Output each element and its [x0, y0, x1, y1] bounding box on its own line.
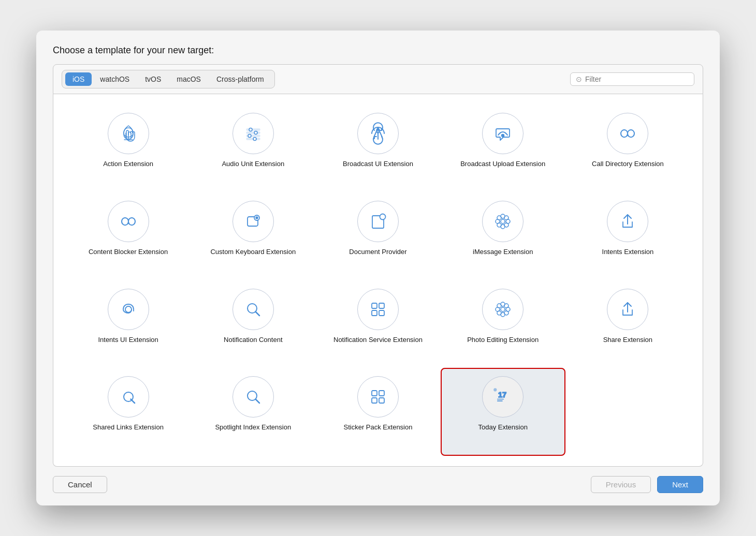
svg-point-8 [253, 138, 256, 141]
imessage-extension-icon [482, 201, 524, 242]
template-today-extension[interactable]: 17 Today Extension [441, 368, 565, 456]
cancel-button[interactable]: Cancel [53, 476, 107, 493]
template-notification-service-extension[interactable]: Notification Service Extension [315, 280, 440, 368]
photo-editing-extension-icon [482, 289, 524, 330]
svg-point-13 [380, 214, 385, 219]
today-extension-icon: 17 [482, 376, 524, 418]
tab-ios[interactable]: iOS [65, 72, 92, 86]
svg-point-50 [494, 389, 497, 391]
svg-rect-43 [372, 391, 377, 396]
template-intents-ui-extension[interactable]: Intents UI Extension [66, 280, 191, 368]
svg-point-12 [256, 217, 258, 219]
svg-point-5 [249, 128, 252, 131]
notification-content-icon [232, 289, 274, 330]
svg-point-19 [497, 216, 501, 220]
svg-point-14 [501, 219, 505, 224]
template-photo-editing-extension[interactable]: Photo Editing Extension [441, 280, 565, 368]
template-label: Sticker Pack Extension [344, 423, 413, 432]
svg-rect-2 [246, 132, 260, 133]
template-notification-content[interactable]: Notification Content [191, 280, 315, 368]
template-label: Custom Keyboard Extension [210, 247, 296, 257]
template-spotlight-index-extension[interactable]: Spotlight Index Extension [191, 368, 315, 456]
broadcast-upload-extension-icon [482, 113, 524, 154]
template-broadcast-ui-extension[interactable]: Broadcast UI Extension [315, 105, 440, 192]
shared-links-extension-icon [108, 376, 149, 418]
template-custom-keyboard-extension[interactable]: Custom Keyboard Extension [191, 192, 315, 280]
template-audio-unit-extension[interactable]: Audio Unit Extension [191, 105, 315, 192]
svg-rect-26 [372, 303, 377, 308]
template-grid: Action Extension Audio Un [53, 94, 703, 467]
svg-rect-29 [379, 310, 384, 316]
template-label: Notification Service Extension [333, 335, 423, 345]
template-label: Action Extension [103, 159, 153, 169]
svg-point-38 [504, 311, 508, 315]
template-empty [565, 368, 690, 456]
template-share-extension[interactable]: Share Extension [565, 280, 690, 368]
call-directory-extension-icon [607, 113, 648, 154]
share-extension-icon [607, 289, 648, 330]
template-intents-extension[interactable]: Intents Extension [565, 192, 690, 280]
filter-icon: ⊙ [576, 75, 582, 83]
template-content-blocker-extension[interactable]: Content Blocker Extension [66, 192, 191, 280]
template-sticker-pack-extension[interactable]: Sticker Pack Extension [315, 368, 440, 456]
broadcast-ui-extension-icon [357, 113, 399, 154]
previous-button[interactable]: Previous [591, 476, 651, 493]
template-label: Broadcast UI Extension [343, 159, 413, 169]
svg-rect-44 [379, 391, 384, 396]
template-label: Shared Links Extension [93, 423, 164, 432]
intents-ui-extension-icon [108, 289, 149, 330]
template-label: Document Provider [349, 247, 406, 257]
tab-watchos[interactable]: watchOS [93, 72, 137, 86]
svg-rect-27 [379, 303, 384, 308]
svg-rect-1 [246, 129, 260, 130]
spotlight-index-extension-icon [232, 376, 274, 418]
template-label: Spotlight Index Extension [215, 423, 291, 432]
svg-rect-45 [372, 398, 377, 403]
svg-text:17: 17 [498, 391, 506, 399]
template-label: Notification Content [224, 335, 282, 345]
template-call-directory-extension[interactable]: Call Directory Extension [565, 105, 690, 192]
intents-extension-icon [607, 201, 648, 242]
tab-tvos[interactable]: tvOS [138, 72, 168, 86]
svg-point-21 [497, 223, 501, 227]
filter-input[interactable] [585, 75, 689, 83]
template-document-provider[interactable]: Document Provider [315, 192, 440, 280]
template-label: Audio Unit Extension [222, 159, 284, 169]
sticker-pack-extension-icon [357, 376, 399, 418]
template-dialog: Choose a template for your new target: i… [36, 31, 720, 505]
document-provider-icon [357, 201, 399, 242]
svg-point-6 [254, 131, 257, 135]
svg-point-36 [504, 304, 508, 308]
svg-point-9 [502, 135, 504, 137]
template-imessage-extension[interactable]: iMessage Extension [441, 192, 565, 280]
filter-box: ⊙ [570, 72, 694, 86]
tab-crossplatform[interactable]: Cross-platform [209, 72, 271, 86]
dialog-footer: Cancel Previous Next [53, 476, 703, 493]
svg-point-22 [504, 223, 508, 227]
notification-service-extension-icon [357, 289, 399, 330]
template-shared-links-extension[interactable]: Shared Links Extension [66, 368, 191, 456]
tab-bar-container: iOS watchOS tvOS macOS Cross-platform ⊙ [53, 64, 703, 94]
template-action-extension[interactable]: Action Extension [66, 105, 191, 192]
tab-macos[interactable]: macOS [169, 72, 208, 86]
svg-point-20 [504, 216, 508, 220]
content-blocker-extension-icon [108, 201, 149, 242]
svg-point-37 [497, 311, 501, 315]
template-label: Content Blocker Extension [89, 247, 168, 257]
svg-rect-28 [372, 310, 377, 316]
template-label: Share Extension [603, 335, 652, 345]
svg-point-7 [248, 135, 251, 138]
svg-rect-46 [379, 398, 384, 403]
template-label: Call Directory Extension [592, 159, 664, 169]
template-broadcast-upload-extension[interactable]: Broadcast Upload Extension [441, 105, 565, 192]
svg-line-25 [255, 311, 259, 316]
template-label: Broadcast Upload Extension [460, 159, 545, 169]
template-label: Today Extension [478, 423, 527, 432]
template-label: iMessage Extension [473, 247, 533, 257]
svg-line-42 [255, 399, 259, 404]
next-button[interactable]: Next [657, 476, 703, 493]
svg-point-30 [501, 307, 505, 311]
dialog-title: Choose a template for your new target: [53, 45, 703, 56]
audio-unit-extension-icon [232, 113, 274, 154]
platform-tabs: iOS watchOS tvOS macOS Cross-platform [62, 70, 275, 88]
